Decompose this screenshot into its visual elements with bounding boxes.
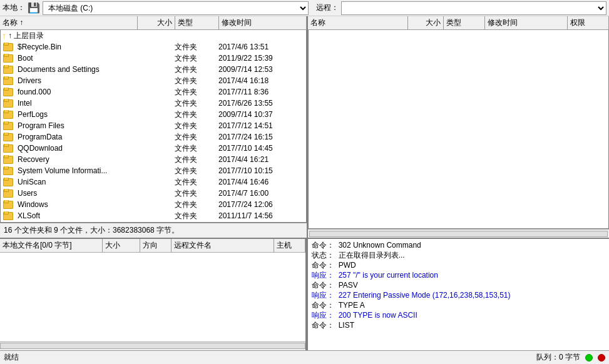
remote-col-type[interactable]: 类型 xyxy=(444,16,485,29)
file-name: Windows xyxy=(18,200,48,209)
file-name: found.000 xyxy=(18,88,51,96)
folder-icon xyxy=(3,43,13,51)
file-type: 文件夹 xyxy=(173,76,217,86)
log-line: 响应： 257 "/" is your current location xyxy=(312,270,605,280)
folder-icon xyxy=(3,144,13,153)
file-name: Documents and Settings xyxy=(18,65,100,74)
file-name: Boot xyxy=(18,54,33,63)
file-modified: 2011/9/22 15:39 xyxy=(217,54,305,63)
remote-file-list[interactable] xyxy=(308,30,609,229)
local-file-row[interactable]: UniScan 文件夹 2017/4/4 16:46 xyxy=(1,176,306,188)
queue-col-local[interactable]: 本地文件名[0/0 字节] xyxy=(0,239,103,252)
folder-icon xyxy=(3,156,13,164)
file-type: 文件夹 xyxy=(173,143,217,154)
local-file-row[interactable]: PerfLogs 文件夹 2009/7/14 10:37 xyxy=(1,109,306,120)
file-modified: 2017/4/4 16:18 xyxy=(217,76,305,85)
file-name: Program Files xyxy=(18,121,64,130)
file-modified: 2017/4/4 16:21 xyxy=(217,155,305,164)
queue-panel: 本地文件名[0/0 字节] 大小 方向 远程文件名 主机 xyxy=(0,239,307,350)
local-file-row[interactable]: Users 文件夹 2017/4/7 16:00 xyxy=(1,188,306,199)
file-modified: 2017/4/7 16:00 xyxy=(217,189,305,198)
local-file-row[interactable]: Intel 文件夹 2017/6/26 13:55 xyxy=(1,98,306,109)
log-line: 命令： LIST xyxy=(312,320,605,330)
queue-col-remote[interactable]: 远程文件名 xyxy=(171,239,274,252)
queue-body[interactable] xyxy=(0,253,305,341)
folder-icon xyxy=(3,133,13,141)
file-type: 文件夹 xyxy=(173,98,217,109)
file-type: 文件夹 xyxy=(173,177,217,188)
file-modified: 2017/7/12 14:51 xyxy=(217,121,305,130)
local-col-size[interactable]: 大小 xyxy=(138,16,175,29)
local-file-row[interactable]: Documents and Settings 文件夹 2009/7/14 12:… xyxy=(1,64,306,75)
log-line: 响应： 227 Entering Passive Mode (172,16,23… xyxy=(312,290,605,300)
log-line: 命令： PASV xyxy=(312,280,605,290)
up-dir-icon: ↑ xyxy=(2,31,6,41)
remote-file-panel: 名称 大小 类型 修改时间 权限 xyxy=(308,16,609,238)
file-name: $Recycle.Bin xyxy=(18,43,61,51)
led-green-icon xyxy=(585,354,593,361)
local-col-type[interactable]: 类型 xyxy=(175,16,219,29)
local-file-row[interactable]: ProgramData 文件夹 2017/7/24 16:15 xyxy=(1,131,306,143)
log-line: 命令： PWD xyxy=(312,260,605,270)
remote-col-modified[interactable]: 修改时间 xyxy=(485,16,568,29)
file-type: 文件夹 xyxy=(173,211,217,221)
file-type: 文件夹 xyxy=(173,53,217,64)
local-file-row[interactable]: Recovery 文件夹 2017/4/4 16:21 xyxy=(1,154,306,165)
top-bar: 本地： 💾 本地磁盘 (C:) 远程： xyxy=(0,0,609,16)
log-line: 响应： 200 TYPE is now ASCII xyxy=(312,310,605,320)
remote-table-header: 名称 大小 类型 修改时间 权限 xyxy=(308,16,609,30)
file-name: QQDownload xyxy=(18,144,63,153)
file-type: 文件夹 xyxy=(173,132,217,143)
log-line: 状态： 正在取得目录列表... xyxy=(312,250,605,260)
local-col-modified[interactable]: 修改时间 xyxy=(219,16,307,29)
local-label: 本地： xyxy=(3,3,25,13)
queue-hscroll[interactable] xyxy=(0,341,305,350)
file-type: 文件夹 xyxy=(173,64,217,75)
bottom-status-bar: 就结 队列：0 字节 xyxy=(0,350,609,364)
file-type: 文件夹 xyxy=(173,109,217,120)
queue-label: 队列：0 字节 xyxy=(536,352,580,363)
local-file-row[interactable]: XLSoft 文件夹 2011/11/7 14:56 xyxy=(1,210,306,221)
folder-icon xyxy=(3,54,13,63)
remote-hscroll[interactable] xyxy=(308,229,609,238)
file-type: 文件夹 xyxy=(173,121,217,131)
file-name: Intel xyxy=(18,99,32,108)
file-name: Users xyxy=(18,189,37,198)
local-file-row[interactable]: Windows 文件夹 2017/7/24 12:06 xyxy=(1,199,306,210)
local-file-row[interactable]: Program Files 文件夹 2017/7/12 14:51 xyxy=(1,120,306,131)
local-file-row[interactable]: QQDownload 文件夹 2017/7/10 14:45 xyxy=(1,143,306,154)
bottom-panels: 本地文件名[0/0 字节] 大小 方向 远程文件名 主机 xyxy=(0,238,609,350)
queue-col-host[interactable]: 主机 xyxy=(274,239,305,252)
local-col-name[interactable]: 名称 ↑ xyxy=(0,16,138,29)
remote-path-select[interactable] xyxy=(341,1,607,15)
local-file-row[interactable]: found.000 文件夹 2017/7/11 8:36 xyxy=(1,86,306,98)
folder-icon xyxy=(3,111,13,119)
remote-col-size[interactable]: 大小 xyxy=(408,16,444,29)
local-file-row[interactable]: $Recycle.Bin 文件夹 2017/4/6 13:51 xyxy=(1,41,306,53)
file-name: XLSoft xyxy=(18,211,40,220)
file-name: ProgramData xyxy=(18,133,62,141)
local-file-row[interactable]: Drivers 文件夹 2017/4/4 16:18 xyxy=(1,75,306,86)
local-path-select[interactable]: 本地磁盘 (C:) xyxy=(43,1,309,15)
local-file-row[interactable]: Boot 文件夹 2011/9/22 15:39 xyxy=(1,53,306,64)
local-file-panel: 名称 ↑ 大小 类型 修改时间 ↑ ↑ 上层目录 xyxy=(0,16,307,238)
log-scroll[interactable]: 命令： 302 Unknown Command状态： 正在取得目录列表...命令… xyxy=(308,239,609,350)
file-type: 文件夹 xyxy=(173,188,217,199)
file-modified: 2017/7/10 10:15 xyxy=(217,166,305,175)
file-name: PerfLogs xyxy=(18,110,48,119)
local-file-list[interactable]: ↑ ↑ 上层目录 $Recycle.Bin 文件夹 2017/4/6 13:51… xyxy=(0,30,307,223)
queue-col-size[interactable]: 大小 xyxy=(103,239,140,252)
local-table-header: 名称 ↑ 大小 类型 修改时间 xyxy=(0,16,307,30)
remote-col-perms[interactable]: 权限 xyxy=(568,16,609,29)
folder-icon xyxy=(3,66,13,74)
file-modified: 2017/6/26 13:55 xyxy=(217,99,305,108)
file-modified: 2017/7/24 12:06 xyxy=(217,200,305,209)
up-dir-label: ↑ 上层目录 xyxy=(8,31,44,41)
up-directory-row[interactable]: ↑ ↑ 上层目录 xyxy=(1,30,306,41)
local-file-row[interactable]: System Volume Informati... 文件夹 2017/7/10… xyxy=(1,165,306,176)
file-type: 文件夹 xyxy=(173,200,217,210)
file-modified: 2017/4/4 16:46 xyxy=(217,178,305,186)
remote-col-name[interactable]: 名称 xyxy=(308,16,408,29)
file-type: 文件夹 xyxy=(173,87,217,98)
queue-col-direction[interactable]: 方向 xyxy=(140,239,171,252)
